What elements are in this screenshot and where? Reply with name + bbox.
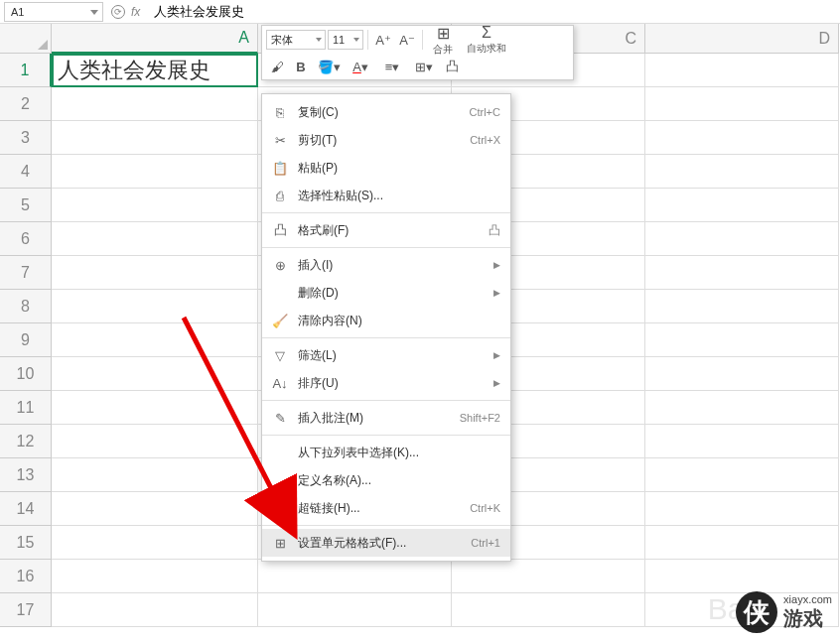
row-header-17[interactable]: 17 bbox=[0, 593, 52, 627]
menu-cut[interactable]: ✂ 剪切(T) Ctrl+X bbox=[262, 126, 510, 154]
row-header-13[interactable]: 13 bbox=[0, 458, 52, 492]
cell[interactable] bbox=[645, 357, 839, 391]
row-header-2[interactable]: 2 bbox=[0, 87, 52, 121]
row-header-15[interactable]: 15 bbox=[0, 526, 52, 560]
link-icon: 🔗 bbox=[270, 501, 290, 516]
menu-dropdown-select[interactable]: 从下拉列表中选择(K)... bbox=[262, 439, 510, 466]
formula-bar-input[interactable] bbox=[148, 2, 836, 22]
menu-sort[interactable]: A↓ 排序(U) ▶ bbox=[262, 369, 510, 397]
font-name-dropdown[interactable]: 宋体 bbox=[266, 30, 326, 50]
row-header-3[interactable]: 3 bbox=[0, 121, 52, 155]
font-color-button[interactable]: A▾ bbox=[346, 56, 375, 77]
row-header-6[interactable]: 6 bbox=[0, 222, 52, 256]
cell[interactable] bbox=[52, 323, 258, 357]
cell[interactable] bbox=[52, 593, 258, 627]
cell[interactable] bbox=[52, 256, 258, 290]
cell-a1[interactable]: 人类社会发展史 bbox=[52, 54, 258, 87]
cell-d1[interactable] bbox=[645, 54, 839, 87]
cell[interactable] bbox=[645, 458, 839, 492]
watermark-site: xiayx.com bbox=[783, 593, 832, 605]
menu-clear[interactable]: 🧹 清除内容(N) bbox=[262, 307, 510, 334]
cell[interactable] bbox=[258, 560, 452, 593]
row-header-14[interactable]: 14 bbox=[0, 492, 52, 526]
cell[interactable] bbox=[52, 560, 258, 593]
row-header-11[interactable]: 11 bbox=[0, 391, 52, 425]
menu-format-cells[interactable]: ⊞ 设置单元格格式(F)... Ctrl+1 bbox=[262, 529, 510, 557]
cell[interactable] bbox=[645, 323, 839, 357]
row-header-12[interactable]: 12 bbox=[0, 425, 52, 458]
menu-delete[interactable]: 删除(D) ▶ bbox=[262, 279, 510, 307]
cell[interactable] bbox=[52, 222, 258, 256]
menu-paste[interactable]: 📋 粘贴(P) bbox=[262, 154, 510, 182]
font-size-dropdown[interactable]: 11 bbox=[328, 30, 363, 50]
menu-insert[interactable]: ⊕ 插入(I) ▶ bbox=[262, 251, 510, 279]
sum-icon: Σ bbox=[482, 24, 491, 42]
cell[interactable] bbox=[52, 87, 258, 121]
row-header-1[interactable]: 1 bbox=[0, 54, 52, 87]
cell[interactable] bbox=[258, 593, 452, 627]
cell[interactable] bbox=[52, 492, 258, 526]
menu-paste-special[interactable]: ⎙ 选择性粘贴(S)... bbox=[262, 182, 510, 209]
cell[interactable] bbox=[52, 391, 258, 425]
menu-hyperlink[interactable]: 🔗 超链接(H)... Ctrl+K bbox=[262, 494, 510, 522]
cell[interactable] bbox=[52, 290, 258, 323]
cell[interactable] bbox=[645, 492, 839, 526]
cell[interactable] bbox=[52, 155, 258, 189]
cell[interactable] bbox=[52, 121, 258, 155]
menu-insert-comment[interactable]: ✎ 插入批注(M) Shift+F2 bbox=[262, 404, 510, 432]
submenu-arrow-icon: ▶ bbox=[493, 378, 500, 388]
menu-copy[interactable]: ⎘ 复制(C) Ctrl+C bbox=[262, 98, 510, 126]
row-header-8[interactable]: 8 bbox=[0, 290, 52, 323]
cell[interactable] bbox=[645, 256, 839, 290]
cell[interactable] bbox=[645, 526, 839, 560]
col-header-d[interactable]: D bbox=[645, 24, 839, 54]
copy-icon: ⎘ bbox=[270, 105, 290, 120]
menu-format-painter[interactable]: 凸 格式刷(F) 凸 bbox=[262, 216, 510, 244]
submenu-arrow-icon: ▶ bbox=[493, 260, 500, 270]
cell[interactable] bbox=[645, 121, 839, 155]
merge-cells-button[interactable]: ⊞ 合并 bbox=[427, 24, 459, 57]
col-header-a[interactable]: A bbox=[52, 24, 258, 54]
menu-define-name[interactable]: 定义名称(A)... bbox=[262, 466, 510, 494]
cell[interactable] bbox=[645, 189, 839, 222]
merge-icon: ⊞ bbox=[437, 24, 450, 43]
cell[interactable] bbox=[52, 458, 258, 492]
decrease-font-button[interactable]: A⁻ bbox=[396, 29, 418, 51]
format-painter-icon[interactable]: 🖌 bbox=[266, 56, 288, 77]
sort-icon: A↓ bbox=[270, 376, 290, 391]
row-header-4[interactable]: 4 bbox=[0, 155, 52, 189]
row-header-7[interactable]: 7 bbox=[0, 256, 52, 290]
cell[interactable] bbox=[645, 155, 839, 189]
lock-button[interactable]: 凸 bbox=[441, 56, 463, 77]
cell[interactable] bbox=[645, 391, 839, 425]
fill-color-button[interactable]: 🪣▾ bbox=[314, 56, 344, 77]
clear-icon: 🧹 bbox=[270, 314, 290, 328]
cell[interactable] bbox=[645, 222, 839, 256]
cell[interactable] bbox=[52, 357, 258, 391]
cell[interactable] bbox=[645, 560, 839, 593]
cell[interactable] bbox=[645, 290, 839, 323]
insert-icon: ⊕ bbox=[270, 258, 290, 273]
row-header-10[interactable]: 10 bbox=[0, 357, 52, 391]
row-header-16[interactable]: 16 bbox=[0, 560, 52, 593]
watermark-logo-icon: 侠 bbox=[736, 591, 777, 633]
select-all-corner[interactable] bbox=[0, 24, 52, 54]
cell[interactable] bbox=[52, 189, 258, 222]
increase-font-button[interactable]: A⁺ bbox=[372, 29, 394, 51]
autosum-button[interactable]: Σ 自动求和 bbox=[461, 24, 512, 56]
bold-button[interactable]: B bbox=[290, 56, 312, 77]
row-header-5[interactable]: 5 bbox=[0, 189, 52, 222]
cell[interactable] bbox=[645, 87, 839, 121]
row-header-9[interactable]: 9 bbox=[0, 323, 52, 357]
align-button[interactable]: ≡▾ bbox=[377, 56, 407, 77]
cell[interactable] bbox=[452, 593, 645, 627]
cell[interactable] bbox=[52, 526, 258, 560]
name-box[interactable]: A1 bbox=[4, 2, 103, 22]
menu-filter[interactable]: ▽ 筛选(L) ▶ bbox=[262, 341, 510, 369]
cell[interactable] bbox=[645, 425, 839, 458]
reload-icon[interactable]: ⟳ bbox=[111, 5, 125, 19]
cell[interactable] bbox=[52, 425, 258, 458]
border-button[interactable]: ⊞▾ bbox=[409, 56, 439, 77]
cell[interactable] bbox=[452, 560, 645, 593]
fx-label[interactable]: fx bbox=[131, 5, 140, 19]
